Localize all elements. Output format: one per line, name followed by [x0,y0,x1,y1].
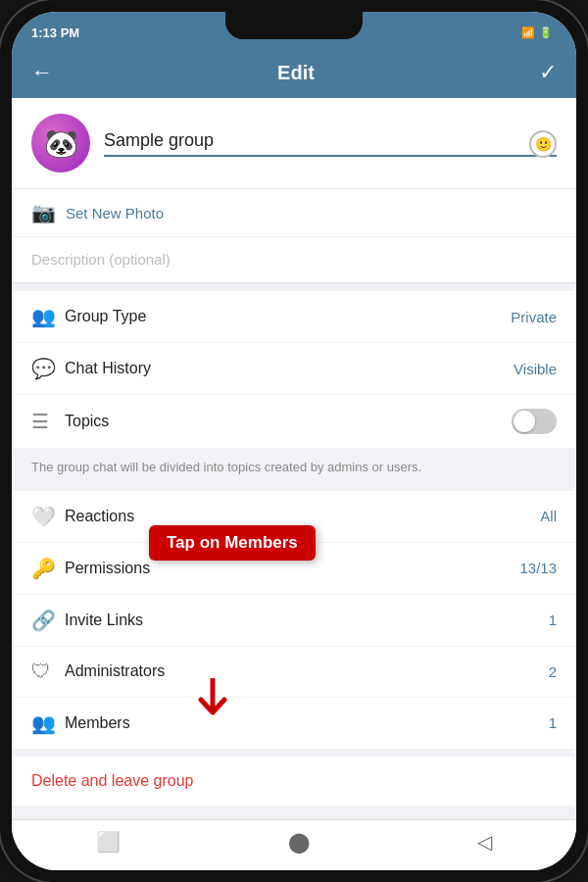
chat-history-value: Visible [514,361,557,377]
toggle-knob [514,411,535,432]
group-type-label: Group Type [65,308,511,325]
chat-history-label: Chat History [65,360,514,377]
signal-icon: 📶 [521,26,535,39]
set-photo-label: Set New Photo [66,205,164,221]
bottom-bar: ⬜ ⬤ ◁ [12,819,576,870]
bottom-home-icon[interactable]: ⬤ [288,830,310,854]
avatar-emoji: 🐼 [44,127,78,160]
administrators-value: 2 [549,663,557,680]
topics-icon: ☰ [31,410,65,433]
topics-toggle[interactable] [512,409,557,434]
set-photo-section[interactable]: 📷 Set New Photo [12,189,576,237]
description-section[interactable]: Description (optional) [12,237,576,283]
members-icon: 👥 [31,711,65,735]
delete-label: Delete and leave group [31,772,193,789]
administrators-label: Administrators [65,662,549,680]
topics-row[interactable]: ☰ Topics [12,395,576,448]
topics-label: Topics [65,413,512,430]
back-button[interactable]: ← [31,60,53,85]
save-button[interactable]: ✓ [539,60,557,85]
action-group: 🤍 Reactions All 🔑 Permissions 13/13 Tap … [12,491,576,749]
invite-links-icon: 🔗 [31,609,65,632]
topics-info-section: The group chat will be divided into topi… [12,448,576,491]
permissions-row[interactable]: 🔑 Permissions 13/13 Tap on Members [12,543,576,595]
members-label: Members [65,714,549,732]
content-area: 🐼 🙂 📷 Set New Photo Description (optiona… [12,98,576,819]
header: ← Edit ✓ [12,47,576,98]
group-name-section: 🐼 🙂 [12,98,576,189]
members-row[interactable]: 👥 Members 1 [12,698,576,749]
chat-history-icon: 💬 [31,357,65,380]
settings-group: 👥 Group Type Private 💬 Chat History Visi… [12,291,576,448]
permissions-label: Permissions [65,560,519,577]
administrators-row[interactable]: 🛡 Administrators 2 [12,647,576,698]
reactions-icon: 🤍 [31,505,65,528]
reactions-value: All [540,508,557,524]
bottom-square-icon[interactable]: ⬜ [96,830,121,854]
reactions-row[interactable]: 🤍 Reactions All [12,491,576,543]
group-type-value: Private [511,309,557,325]
chat-history-row[interactable]: 💬 Chat History Visible [12,343,576,395]
name-input-wrapper: 🙂 [104,130,557,157]
camera-icon: 📷 [31,201,56,224]
bottom-back-icon[interactable]: ◁ [477,830,492,854]
group-name-input[interactable] [104,130,557,157]
emoji-button[interactable]: 🙂 [529,130,557,158]
permissions-icon: 🔑 [31,557,65,580]
avatar[interactable]: 🐼 [31,114,90,172]
permissions-value: 13/13 [519,560,557,576]
page-title: Edit [277,62,315,84]
invite-links-value: 1 [549,612,557,628]
administrators-icon: 🛡 [31,661,65,683]
group-type-icon: 👥 [31,305,65,328]
topics-info-text: The group chat will be divided into topi… [31,460,421,474]
invite-links-label: Invite Links [65,612,549,629]
group-type-row[interactable]: 👥 Group Type Private [12,291,576,343]
delete-row[interactable]: Delete and leave group [12,757,576,806]
reactions-label: Reactions [65,508,540,525]
invite-links-row[interactable]: 🔗 Invite Links 1 [12,595,576,647]
description-placeholder: Description (optional) [31,251,171,268]
status-icons: 📶 🔋 [521,26,553,39]
members-value: 1 [549,714,557,731]
battery-icon: 🔋 [539,26,553,39]
status-time: 1:13 PM [31,25,79,40]
